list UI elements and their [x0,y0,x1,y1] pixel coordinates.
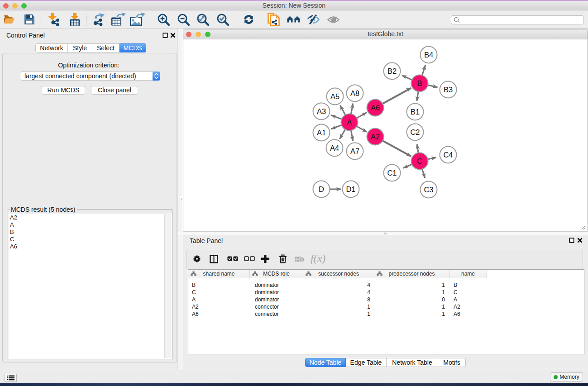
svg-text:B4: B4 [424,51,433,59]
svg-text:C4: C4 [443,151,453,159]
svg-text:A7: A7 [350,147,359,155]
svg-text:D1: D1 [346,185,355,193]
svg-text:A8: A8 [350,89,359,97]
svg-text:B3: B3 [444,86,453,94]
svg-text:A2: A2 [371,133,380,141]
svg-text:B: B [417,79,422,87]
svg-text:C2: C2 [410,128,420,136]
svg-text:A: A [347,118,352,126]
svg-text:C: C [417,157,422,165]
svg-text:C3: C3 [424,186,433,194]
svg-text:A1: A1 [317,129,326,137]
svg-text:B2: B2 [387,67,397,75]
svg-text:C1: C1 [387,169,397,177]
svg-text:A3: A3 [317,107,326,115]
svg-text:B1: B1 [411,108,420,116]
svg-text:D: D [319,185,324,193]
svg-text:A4: A4 [330,144,339,152]
svg-text:A6: A6 [371,104,380,112]
svg-text:A5: A5 [330,92,339,100]
